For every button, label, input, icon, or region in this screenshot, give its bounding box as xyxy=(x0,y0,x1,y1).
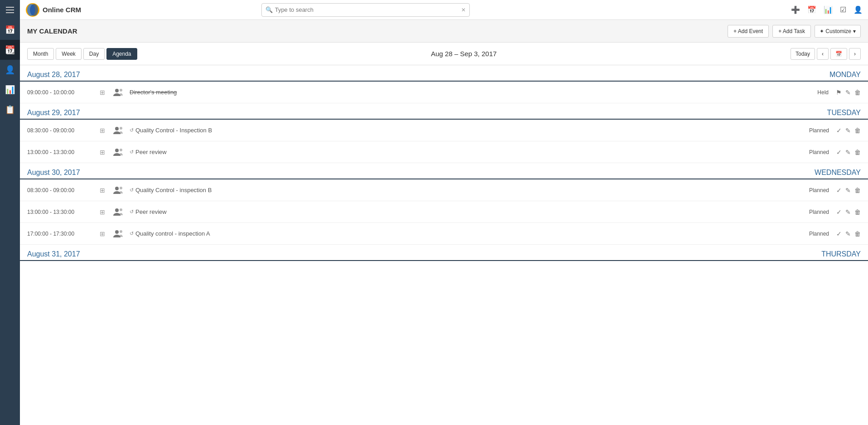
view-day-button[interactable]: Day xyxy=(83,48,105,60)
sidebar-item-calendar2[interactable]: 📆 xyxy=(0,40,20,60)
edit-icon[interactable]: ✎ xyxy=(845,149,851,156)
next-button[interactable]: › xyxy=(849,48,861,60)
edit-icon[interactable]: ✎ xyxy=(845,127,851,134)
calendar-toolbar: Month Week Day Agenda Aug 28 – Sep 3, 20… xyxy=(20,43,868,65)
calendar-picker-button[interactable]: 📅 xyxy=(830,48,847,60)
event-add-button[interactable]: ⊞ xyxy=(100,89,113,96)
view-week-button[interactable]: Week xyxy=(56,48,81,60)
user-icon[interactable]: 👤 xyxy=(854,5,863,14)
day-name: THURSDAY xyxy=(821,250,861,258)
svg-point-8 xyxy=(115,127,119,130)
event-name[interactable]: Director's meeting xyxy=(130,89,781,96)
svg-point-5 xyxy=(30,4,38,16)
edit-icon[interactable]: ✎ xyxy=(845,230,851,237)
today-button[interactable]: Today xyxy=(791,48,815,60)
event-add-button[interactable]: ⊞ xyxy=(100,208,113,216)
day-header: August 31, 2017 THURSDAY xyxy=(20,245,868,261)
check-icon[interactable]: ✓ xyxy=(836,127,842,134)
view-month-button[interactable]: Month xyxy=(27,48,54,60)
event-name-text: Peer review xyxy=(135,149,167,155)
svg-point-17 xyxy=(120,230,122,233)
event-name[interactable]: ↺ Peer review xyxy=(130,208,782,215)
delete-icon[interactable]: 🗑 xyxy=(854,149,861,156)
event-type-icon xyxy=(113,186,130,194)
flag-icon[interactable]: ⚑ xyxy=(836,89,842,96)
check-icon[interactable]: ✓ xyxy=(836,187,842,194)
event-row: 08:30:00 - 09:00:00 ⊞ ↺ Quality Control … xyxy=(20,179,868,201)
event-actions: ✓✎🗑 xyxy=(836,187,861,194)
view-agenda-button[interactable]: Agenda xyxy=(106,48,137,60)
event-name[interactable]: ↺ Quality control - inspection A xyxy=(130,230,782,237)
event-time: 13:00:00 - 13:30:00 xyxy=(27,149,100,155)
topbar-actions: ➕ 📅 📊 ☑ 👤 xyxy=(791,5,863,14)
chart-icon[interactable]: 📊 xyxy=(824,5,833,14)
event-name[interactable]: ↺ Quality Control - Inspection B xyxy=(130,127,782,134)
add-task-button[interactable]: + Add Task xyxy=(772,25,811,38)
event-actions: ✓✎🗑 xyxy=(836,149,861,156)
recur-icon: ↺ xyxy=(130,149,134,155)
event-name-text: Quality control - inspection A xyxy=(135,230,210,237)
svg-point-16 xyxy=(115,230,119,234)
svg-point-14 xyxy=(115,208,119,212)
check-icon[interactable]: ✓ xyxy=(836,230,842,237)
event-name[interactable]: ↺ Peer review xyxy=(130,149,782,155)
svg-point-15 xyxy=(120,208,122,211)
search-input[interactable] xyxy=(275,6,461,13)
search-clear-icon[interactable]: ✕ xyxy=(461,7,466,13)
delete-icon[interactable]: 🗑 xyxy=(854,89,861,96)
event-time: 08:30:00 - 09:00:00 xyxy=(27,127,100,134)
edit-icon[interactable]: ✎ xyxy=(845,89,851,96)
delete-icon[interactable]: 🗑 xyxy=(854,230,861,237)
event-status: Planned xyxy=(782,187,836,193)
sidebar-item-reports[interactable]: 📊 xyxy=(0,80,20,100)
sidebar-item-tasks[interactable]: 📋 xyxy=(0,100,20,120)
svg-point-13 xyxy=(120,187,122,189)
event-actions: ✓✎🗑 xyxy=(836,208,861,216)
app-name: Online CRM xyxy=(43,6,81,14)
sidebar-item-menu[interactable] xyxy=(0,0,20,20)
check-icon[interactable]: ✓ xyxy=(836,149,842,156)
edit-icon[interactable]: ✎ xyxy=(845,187,851,194)
add-icon[interactable]: ➕ xyxy=(791,5,800,14)
sidebar-item-contacts[interactable]: 👤 xyxy=(0,60,20,80)
day-name: TUESDAY xyxy=(827,109,861,117)
svg-rect-2 xyxy=(6,12,14,13)
sidebar-item-calendar1[interactable]: 📅 xyxy=(0,20,20,40)
event-time: 08:30:00 - 09:00:00 xyxy=(27,187,100,193)
event-add-button[interactable]: ⊞ xyxy=(100,149,113,156)
logo: Online CRM xyxy=(25,3,98,17)
event-row: 17:00:00 - 17:30:00 ⊞ ↺ Quality control … xyxy=(20,223,868,245)
event-row: 09:00:00 - 10:00:00 ⊞ Director's meeting… xyxy=(20,82,868,103)
day-section: August 31, 2017 THURSDAY xyxy=(20,245,868,261)
svg-point-6 xyxy=(115,89,119,92)
day-header: August 30, 2017 WEDNESDAY xyxy=(20,163,868,179)
event-type-icon xyxy=(113,230,130,238)
search-bar[interactable]: 🔍 ✕ xyxy=(261,3,470,17)
svg-point-7 xyxy=(120,89,122,92)
day-date: August 31, 2017 xyxy=(27,250,80,258)
event-name-text: Quality Control - Inspection B xyxy=(135,127,212,134)
calendar-icon[interactable]: 📅 xyxy=(807,5,816,14)
event-add-button[interactable]: ⊞ xyxy=(100,187,113,194)
svg-rect-0 xyxy=(6,7,14,8)
calendar-content: August 28, 2017 MONDAY 09:00:00 - 10:00:… xyxy=(20,65,868,425)
svg-point-9 xyxy=(120,127,122,130)
event-type-icon xyxy=(113,148,130,156)
delete-icon[interactable]: 🗑 xyxy=(854,208,861,216)
event-actions: ✓✎🗑 xyxy=(836,230,861,237)
recur-icon: ↺ xyxy=(130,231,134,237)
event-add-button[interactable]: ⊞ xyxy=(100,127,113,134)
event-time: 13:00:00 - 13:30:00 xyxy=(27,209,100,215)
event-name[interactable]: ↺ Quality Control - inspection B xyxy=(130,187,782,193)
event-status: Planned xyxy=(782,231,836,237)
edit-icon[interactable]: ✎ xyxy=(845,208,851,216)
event-add-button[interactable]: ⊞ xyxy=(100,230,113,237)
check-icon[interactable]: ✓ xyxy=(836,208,842,216)
event-name-text: Peer review xyxy=(135,208,167,215)
delete-icon[interactable]: 🗑 xyxy=(854,127,861,134)
prev-button[interactable]: ‹ xyxy=(817,48,829,60)
tasks-icon[interactable]: ☑ xyxy=(840,5,846,14)
add-event-button[interactable]: + Add Event xyxy=(728,25,769,38)
customize-button[interactable]: ✦ Customize ▾ xyxy=(815,25,861,38)
delete-icon[interactable]: 🗑 xyxy=(854,187,861,194)
